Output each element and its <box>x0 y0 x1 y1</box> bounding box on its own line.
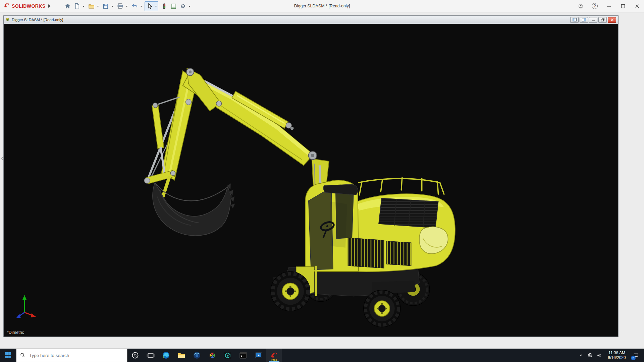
solidworks-app-icon <box>270 351 278 359</box>
display-pane-icon <box>573 18 577 21</box>
options-button[interactable] <box>178 2 187 11</box>
feature-pane-button[interactable] <box>580 17 588 23</box>
cortana-button[interactable] <box>127 349 143 362</box>
document-window-controls <box>570 17 617 23</box>
photos-app-button[interactable] <box>205 349 220 362</box>
search-icon <box>20 353 25 358</box>
document-titlebar[interactable]: Digger.SLDASM * [Read-only] <box>4 16 618 24</box>
print-button[interactable] <box>116 2 125 11</box>
save-icon <box>102 3 109 10</box>
blue-globe-app-icon <box>193 351 201 359</box>
minimize-icon <box>606 4 611 9</box>
blue-globe-app-button[interactable] <box>189 349 205 362</box>
home-icon <box>64 3 71 10</box>
view-orientation-label: *Dimetric <box>7 330 24 335</box>
solidworks-app-button[interactable]: 2020 <box>266 349 282 362</box>
volume-button[interactable] <box>595 349 604 362</box>
taskbar-search[interactable] <box>16 349 127 362</box>
boom-arm-assembly[interactable] <box>144 68 317 204</box>
graphics-viewport[interactable]: *Dimetric <box>4 24 618 337</box>
undo-dropdown[interactable] <box>139 2 143 10</box>
new-document-dropdown[interactable] <box>82 2 86 10</box>
undo-button[interactable] <box>130 2 139 11</box>
wheel-front-left[interactable] <box>271 272 310 311</box>
select-tool-button[interactable] <box>145 2 154 11</box>
file-properties-button[interactable] <box>169 2 178 11</box>
save-dropdown[interactable] <box>110 2 114 10</box>
options-dropdown[interactable] <box>187 2 192 10</box>
side-vent-panel-1[interactable] <box>348 238 384 268</box>
excavator-model <box>4 24 618 337</box>
photos-app-icon <box>208 351 216 359</box>
edge-browser-button[interactable] <box>158 349 174 362</box>
app-titlebar[interactable]: SOLIDWORKS <box>0 0 644 12</box>
taskbar-clock[interactable]: 11:38 AM 9/16/2020 <box>604 349 630 362</box>
maximize-icon <box>621 4 626 9</box>
cortana-icon <box>131 351 139 359</box>
brand-name: SOLIDWORKS <box>12 3 45 9</box>
3d-viewer-icon <box>224 351 232 359</box>
menu-expand-arrow-icon[interactable] <box>48 4 52 8</box>
home-button[interactable] <box>63 2 72 11</box>
maximize-button[interactable] <box>616 0 630 12</box>
deck-railing <box>359 178 444 195</box>
solidworks-year-label: 2020 <box>266 359 282 362</box>
3d-viewer-app-button[interactable] <box>220 349 235 362</box>
command-prompt-icon <box>239 351 247 359</box>
task-view-icon <box>147 351 155 359</box>
gear-icon <box>179 3 186 10</box>
new-document-button[interactable] <box>72 2 82 11</box>
open-button[interactable] <box>87 2 96 11</box>
media-app-button[interactable] <box>251 349 266 362</box>
print-dropdown[interactable] <box>125 2 129 10</box>
file-explorer-icon <box>177 351 185 359</box>
open-dropdown[interactable] <box>96 2 100 10</box>
help-button[interactable]: ? <box>588 0 602 12</box>
doc-minimize-button[interactable] <box>589 17 597 23</box>
network-globe-icon <box>588 353 593 358</box>
handrail <box>315 266 317 296</box>
engine-vent-grid <box>379 198 438 228</box>
account-icon <box>578 4 583 9</box>
select-tool-dropdown[interactable] <box>154 2 158 10</box>
search-input[interactable] <box>29 353 123 358</box>
feature-pane-icon <box>582 18 586 21</box>
wheel-rear-left[interactable] <box>364 290 400 327</box>
select-tool-group <box>145 1 158 11</box>
document-window: Digger.SLDASM * [Read-only] <box>3 15 619 337</box>
command-prompt-button[interactable] <box>235 349 251 362</box>
windshield <box>309 189 333 270</box>
hidden-icons-button[interactable] <box>577 349 586 362</box>
doc-close-button[interactable] <box>608 17 616 23</box>
help-icon: ? <box>592 3 598 9</box>
doc-restore-icon <box>601 18 605 21</box>
system-tray: 11:38 AM 9/16/2020 2 <box>577 349 644 362</box>
rebuild-traffic-light-icon <box>161 3 168 10</box>
network-button[interactable] <box>586 349 595 362</box>
orientation-triad <box>13 294 37 322</box>
undo-icon <box>131 3 138 10</box>
speaker-icon <box>597 353 602 358</box>
account-button[interactable] <box>574 0 588 12</box>
side-vent-panel-2[interactable] <box>386 241 411 266</box>
display-pane-button[interactable] <box>570 17 579 23</box>
doc-minimize-icon <box>591 18 595 21</box>
minimize-button[interactable] <box>602 0 616 12</box>
side-window <box>335 188 354 239</box>
media-app-icon <box>255 351 263 359</box>
file-explorer-button[interactable] <box>174 349 189 362</box>
taskbar-app-icons: 2020 <box>127 349 282 362</box>
solidworks-logo-icon <box>3 2 10 10</box>
save-button[interactable] <box>101 2 110 11</box>
document-title: Digger.SLDASM * [Read-only] <box>12 18 63 22</box>
edge-icon <box>162 351 170 359</box>
close-button[interactable] <box>630 0 644 12</box>
action-center-button[interactable]: 2 <box>630 349 642 362</box>
doc-restore-button[interactable] <box>598 17 607 23</box>
rebuild-button[interactable] <box>160 2 169 11</box>
clock-time: 11:38 AM <box>606 351 628 355</box>
assembly-document-icon <box>5 17 10 23</box>
task-view-button[interactable] <box>143 349 158 362</box>
start-button[interactable] <box>0 349 16 362</box>
desktop-screen: SOLIDWORKS <box>0 0 644 362</box>
